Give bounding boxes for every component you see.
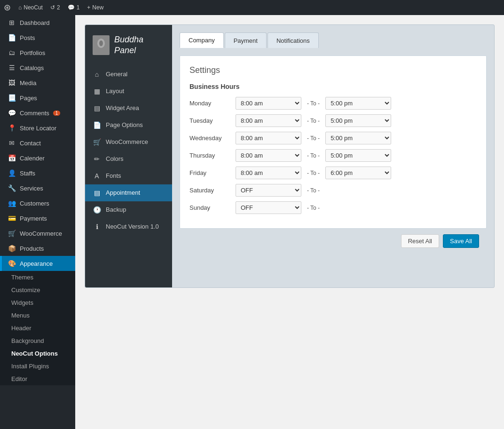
save-all-button[interactable]: Save All (443, 234, 479, 248)
start-select-0[interactable]: OFF6:00 am7:00 am8:00 am9:00 am10:00 am1… (236, 97, 301, 110)
sidebar-item-comments[interactable]: 💬Comments1 (0, 105, 75, 120)
sidebar-label: Pages (20, 95, 37, 102)
general-pm-icon: ⌂ (93, 71, 101, 78)
plus-icon: + (87, 4, 90, 11)
to-label-2: - To - (305, 135, 322, 142)
sidebar-item-staffs[interactable]: 👤Staffs (0, 166, 75, 181)
sidebar-item-dashboard[interactable]: ⊞Dashboard (0, 15, 75, 30)
sidebar-item-contact[interactable]: ✉Contact (0, 135, 75, 151)
hours-row-tuesday: TuesdayOFF6:00 am7:00 am8:00 am9:00 am10… (189, 114, 477, 127)
plugin-menu-colors[interactable]: ✏Colors (85, 151, 172, 167)
start-select-1[interactable]: OFF6:00 am7:00 am8:00 am9:00 am10:00 am1… (236, 114, 301, 127)
site-name[interactable]: ⌂ NeoCut (18, 4, 43, 11)
pm-label: General (106, 71, 127, 78)
to-label-5: - To - (305, 187, 322, 194)
sidebar-item-products[interactable]: 📦Products (0, 241, 75, 256)
day-label-4: Friday (189, 169, 232, 176)
pm-label: Page Options (106, 121, 143, 128)
sidebar-item-media[interactable]: 🖼Media (0, 75, 75, 90)
woocommerce-icon: 🛒 (8, 230, 16, 237)
comments-bar[interactable]: 💬 1 (68, 4, 80, 11)
sub-item-install-plugins[interactable]: Install Plugins (0, 360, 75, 373)
section-title: Business Hours (189, 83, 477, 90)
layout-pm-icon: ▦ (93, 87, 101, 95)
sidebar-label: Staffs (20, 170, 35, 177)
sidebar-item-services[interactable]: 🔧Services (0, 181, 75, 196)
end-select-3[interactable]: OFF6:00 am7:00 am8:00 am9:00 am10:00 am1… (325, 149, 391, 162)
start-select-5[interactable]: OFF6:00 am7:00 am8:00 am9:00 am10:00 am1… (236, 184, 301, 197)
plugin-menu-appointment[interactable]: ▤Appointment (85, 184, 172, 201)
sub-item-neocut-options[interactable]: NeoCut Options (0, 347, 75, 360)
sub-item-customize[interactable]: Customize (0, 284, 75, 296)
sidebar-item-calender[interactable]: 📅Calender (0, 151, 75, 166)
end-select-1[interactable]: OFF6:00 am7:00 am8:00 am9:00 am10:00 am1… (325, 114, 391, 127)
end-select-2[interactable]: OFF6:00 am7:00 am8:00 am9:00 am10:00 am1… (325, 132, 391, 144)
plugin-menu-layout[interactable]: ▦Layout (85, 83, 172, 100)
sub-item-themes[interactable]: Themes (0, 271, 75, 284)
hours-row-thursday: ThursdayOFF6:00 am7:00 am8:00 am9:00 am1… (189, 149, 477, 162)
wp-logo[interactable]: ⊛ (4, 2, 11, 13)
store-locator-icon: 📍 (8, 124, 16, 132)
to-label-4: - To - (305, 170, 322, 176)
sidebar-item-pages[interactable]: 📃Pages (0, 90, 75, 105)
services-icon: 🔧 (8, 184, 16, 192)
start-select-6[interactable]: OFF6:00 am7:00 am8:00 am9:00 am10:00 am1… (236, 201, 301, 214)
end-select-4[interactable]: OFF6:00 am7:00 am8:00 am9:00 am10:00 am1… (325, 167, 391, 179)
portfolios-icon: 🗂 (8, 49, 16, 56)
sidebar-item-posts[interactable]: 📄Posts (0, 30, 75, 45)
sidebar-item-store-locator[interactable]: 📍Store Locator (0, 120, 75, 135)
comment-icon: 💬 (68, 4, 75, 11)
plugin-menu-widget-area[interactable]: ▤Widget Area (85, 100, 172, 117)
tab-payment[interactable]: Payment (225, 32, 267, 48)
sidebar-label: Portfolios (20, 49, 45, 56)
start-select-2[interactable]: OFF6:00 am7:00 am8:00 am9:00 am10:00 am1… (236, 132, 301, 144)
sub-item-editor[interactable]: Editor (0, 373, 75, 385)
updates[interactable]: ↺ 2 (50, 4, 60, 11)
sub-item-header[interactable]: Header (0, 322, 75, 334)
to-label-6: - To - (305, 205, 322, 211)
sidebar-item-portfolios[interactable]: 🗂Portfolios (0, 45, 75, 60)
sidebar-item-appearance[interactable]: 🎨Appearance (0, 256, 75, 271)
contact-icon: ✉ (8, 139, 16, 147)
to-label-3: - To - (305, 152, 322, 159)
new-bar[interactable]: + New (87, 4, 103, 11)
appointment-pm-icon: ▤ (93, 189, 101, 197)
end-select-0[interactable]: OFF6:00 am7:00 am8:00 am9:00 am10:00 am1… (325, 97, 391, 110)
sub-item-menus[interactable]: Menus (0, 309, 75, 322)
sidebar-label: WooCommerce (20, 230, 62, 237)
reset-all-button[interactable]: Reset All (401, 234, 439, 248)
comments-icon: 💬 (8, 109, 16, 117)
tab-notifications[interactable]: Notifications (268, 32, 319, 48)
plugin-menu-fonts[interactable]: AFonts (85, 167, 172, 184)
plugin-menu-page-options[interactable]: 📄Page Options (85, 117, 172, 134)
day-label-6: Sunday (189, 204, 232, 211)
sidebar-item-catalogs[interactable]: ☰Catalogs (0, 60, 75, 75)
sub-item-background[interactable]: Background (0, 334, 75, 347)
sub-item-widgets[interactable]: Widgets (0, 296, 75, 309)
sidebar-label: Calender (20, 155, 45, 162)
pm-label: Layout (106, 87, 124, 95)
start-select-4[interactable]: OFF6:00 am7:00 am8:00 am9:00 am10:00 am1… (236, 167, 301, 179)
plugin-menu-general[interactable]: ⌂General (85, 66, 172, 83)
hours-row-saturday: SaturdayOFF6:00 am7:00 am8:00 am9:00 am1… (189, 184, 477, 197)
day-label-5: Saturday (189, 187, 232, 194)
tab-company[interactable]: Company (180, 32, 224, 48)
pm-label: WooCommerce (106, 138, 148, 145)
home-icon: ⌂ (18, 4, 22, 11)
backup-pm-icon: 🕐 (93, 206, 101, 214)
plugin-menu-version[interactable]: ℹNeoCut Version 1.0 (85, 218, 172, 235)
sidebar-label: Payments (20, 215, 47, 222)
plugin-menu-backup[interactable]: 🕐Backup (85, 201, 172, 218)
start-select-3[interactable]: OFF6:00 am7:00 am8:00 am9:00 am10:00 am1… (236, 149, 301, 162)
plugin-menu-woocommerce[interactable]: 🛒WooCommerce (85, 134, 172, 151)
pm-label: Backup (106, 206, 126, 213)
woocommerce-pm-icon: 🛒 (93, 138, 101, 146)
logo-icon (93, 35, 110, 55)
sidebar-item-payments[interactable]: 💳Payments (0, 211, 75, 226)
sidebar-label: Contact (20, 140, 41, 147)
sidebar-item-woocommerce[interactable]: 🛒WooCommerce (0, 226, 75, 241)
products-icon: 📦 (8, 245, 16, 252)
sidebar-item-customers[interactable]: 👥Customers (0, 196, 75, 211)
left-sidebar: ⊞Dashboard📄Posts🗂Portfolios☰Catalogs🖼Med… (0, 15, 75, 429)
day-label-0: Monday (189, 100, 232, 107)
